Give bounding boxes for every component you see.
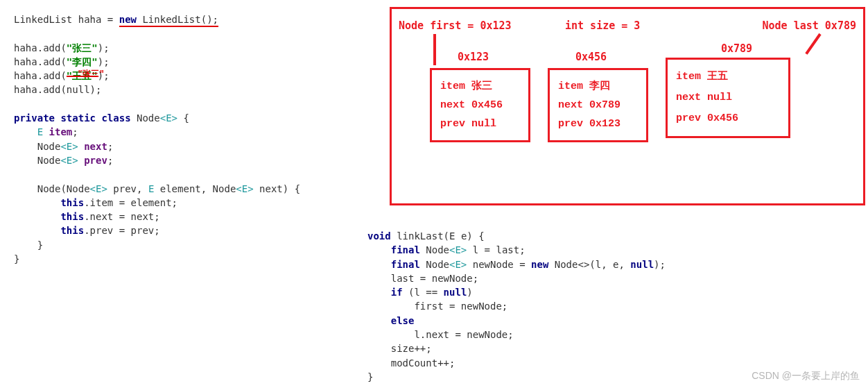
- l3-end: );: [654, 259, 666, 270]
- l7-kw: else: [391, 315, 415, 326]
- l5-end: ): [467, 287, 472, 298]
- f1-semi: ;: [72, 126, 78, 137]
- node1-box: item 张三 next 0x456 prev null: [430, 68, 530, 142]
- watermark: CSDN @一条要上岸的鱼: [752, 370, 860, 382]
- l6: first = newNode;: [414, 301, 507, 312]
- first-pointer-line: [433, 34, 436, 65]
- f3-name: prev: [78, 155, 107, 166]
- add4: haha.add(null);: [14, 84, 101, 95]
- n2-next-k: next: [558, 99, 583, 111]
- l3-type: Node: [426, 259, 449, 270]
- add3-pre: haha.add(: [14, 70, 67, 81]
- n3-item-k: item: [676, 71, 701, 83]
- f2-name: next: [78, 141, 107, 152]
- rest2: .next = next;: [84, 211, 160, 222]
- l8: l.next = newNode;: [414, 329, 513, 340]
- n2-next-v: 0x789: [589, 99, 620, 111]
- l3-type2: Node<>: [555, 259, 590, 270]
- this1: this: [60, 197, 84, 208]
- n2-prev-k: prev: [558, 118, 583, 130]
- f2-semi: ;: [107, 141, 113, 152]
- decl-type: LinkedList: [142, 14, 200, 25]
- l1-rest: (E e) {: [444, 230, 485, 242]
- l5-rest: (l ==: [408, 287, 444, 298]
- l9: size++;: [391, 343, 432, 354]
- n2-item-v: 李四: [589, 81, 610, 92]
- l3-null: null: [630, 259, 654, 270]
- close2: }: [14, 253, 19, 264]
- this3: this: [60, 225, 84, 236]
- l3-kw2: new: [531, 259, 555, 270]
- l2-type: Node: [426, 244, 449, 255]
- n3-next-k: next: [676, 92, 701, 103]
- code-pre2: void linkLast(E e) { final Node<E> l = l…: [367, 229, 853, 384]
- add1-post: );: [98, 42, 110, 53]
- l4: last = newNode;: [391, 273, 478, 284]
- n1-prev-v: null: [471, 118, 496, 130]
- size-label: int size = 3: [565, 19, 640, 32]
- n1-item-v: 张三: [471, 81, 492, 92]
- linked-list-diagram: Node first = 0x123 int size = 3 Node las…: [390, 7, 865, 205]
- size-label-text: int size =: [565, 19, 627, 32]
- decl-pre: LinkedList haha =: [14, 14, 119, 25]
- l3-kw: final: [391, 259, 426, 270]
- n3-item-v: 王五: [707, 71, 728, 83]
- code-pre: LinkedList haha = new LinkedList(); haha…: [14, 12, 374, 266]
- f3-gen: <E>: [60, 155, 78, 166]
- addr1: 0x123: [458, 51, 489, 63]
- first-val: 0x123: [480, 19, 511, 32]
- first-label: Node first = 0x123: [399, 19, 512, 32]
- f1-name: item: [49, 126, 73, 137]
- l2-rest: l = last;: [467, 244, 525, 255]
- l3-mid: newNode =: [467, 259, 531, 270]
- left-code-block: LinkedList haha = new LinkedList(); haha…: [14, 12, 374, 266]
- last-val: 0x789: [825, 19, 856, 32]
- node2-box: item 李四 next 0x789 prev 0x123: [548, 68, 648, 142]
- f2-gen: <E>: [60, 141, 78, 152]
- f3-type: Node: [37, 155, 61, 166]
- right-code-block: void linkLast(E e) { final Node<E> l = l…: [367, 229, 853, 384]
- ctor-2: <E>: [90, 183, 107, 194]
- ctor-3: prev,: [107, 183, 148, 194]
- n3-prev-v: 0x456: [707, 112, 738, 124]
- add1-pre: haha.add(: [14, 42, 67, 53]
- n3-next-v: null: [707, 92, 732, 103]
- this2: this: [60, 211, 84, 222]
- n3-prev-k: prev: [676, 112, 701, 124]
- add1-str: "张三": [67, 42, 98, 53]
- rest1: .item = element;: [84, 197, 177, 208]
- cls-brace: {: [177, 112, 189, 124]
- n1-item-k: item: [440, 81, 465, 92]
- rclose: }: [367, 371, 373, 382]
- ctor-1: Node(Node: [37, 183, 90, 194]
- ctor-6: <E>: [236, 183, 253, 194]
- last-label-text: Node last: [763, 19, 819, 32]
- l3-args: (l, e,: [589, 259, 630, 270]
- first-label-text: Node first =: [399, 19, 474, 32]
- cls-mods: private static class: [14, 112, 137, 124]
- addr3: 0x789: [721, 42, 752, 55]
- ctor-5: element, Node: [154, 183, 236, 194]
- n2-prev-v: 0x123: [589, 118, 620, 130]
- n1-next-v: 0x456: [471, 99, 503, 111]
- l10: modCount++;: [391, 357, 455, 369]
- add2-str: "李四": [67, 56, 98, 67]
- l2-kw: final: [391, 244, 426, 255]
- cls-name: Node: [137, 112, 160, 124]
- l1-kw: void: [367, 230, 397, 242]
- add3-overlay: "张三": [78, 68, 104, 80]
- l2-gen: <E>: [449, 244, 467, 255]
- n2-item-k: item: [558, 81, 583, 92]
- l1-name: linkLast: [397, 230, 443, 242]
- l3-gen: <E>: [449, 259, 467, 270]
- l5-null: null: [444, 287, 467, 298]
- new-kw: new: [119, 14, 143, 25]
- f1-type: E: [37, 126, 49, 137]
- cls-gen: <E>: [160, 112, 177, 124]
- add2-pre: haha.add(: [14, 56, 67, 67]
- n1-prev-k: prev: [440, 118, 465, 130]
- decl-post: ();: [201, 14, 218, 25]
- n1-next-k: next: [440, 99, 465, 111]
- last-label: Node last 0x789: [763, 19, 856, 32]
- size-val: 3: [634, 19, 640, 32]
